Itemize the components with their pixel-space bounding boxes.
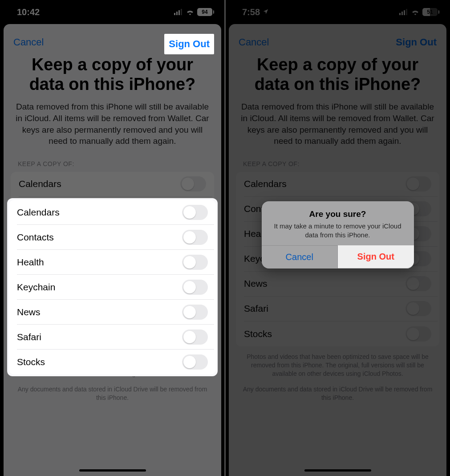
item-label: Contacts	[17, 232, 54, 243]
item-label: Keychain	[17, 282, 55, 293]
item-label: Calendars	[19, 179, 61, 189]
list-item: Keychain	[17, 275, 214, 300]
item-label: Stocks	[17, 357, 45, 367]
page-title: Keep a copy of your data on this iPhone?	[4, 51, 221, 98]
svg-rect-3	[181, 9, 182, 15]
list-item: Calendars	[19, 172, 212, 197]
toggle-contacts[interactable]	[182, 230, 208, 245]
toggle-stocks[interactable]	[182, 354, 208, 370]
toggle-safari[interactable]	[182, 330, 208, 345]
cancel-button[interactable]: Cancel	[13, 37, 44, 48]
dim-overlay-2	[225, 0, 450, 476]
toggle-calendars[interactable]	[182, 205, 208, 220]
toggle-keychain[interactable]	[182, 280, 208, 295]
highlight-signout-button[interactable]: Sign Out	[164, 34, 214, 54]
status-time: 10:42	[17, 7, 40, 17]
svg-rect-2	[178, 10, 180, 15]
item-label: Calendars	[17, 207, 60, 218]
svg-rect-1	[176, 12, 178, 15]
list-item: Contacts	[17, 225, 214, 250]
list-item: News	[17, 300, 214, 325]
toggle-calendars[interactable]	[180, 176, 206, 191]
home-indicator[interactable]	[79, 469, 146, 472]
list-item: Health	[17, 250, 214, 275]
list-item: Stocks	[17, 350, 214, 374]
status-right: 94	[174, 8, 212, 16]
toggle-health[interactable]	[182, 255, 208, 270]
wifi-icon	[186, 9, 195, 15]
toggle-news[interactable]	[182, 305, 208, 320]
screenshot-left: 10:42 94 Cancel Sign Out Keep a copy of …	[0, 0, 225, 476]
item-label: Safari	[17, 332, 41, 342]
highlight-keep-copy-list: Calendars Contacts Health Keychain News …	[7, 198, 218, 376]
list-item: Safari	[17, 325, 214, 350]
item-label: News	[17, 307, 41, 317]
item-label: Health	[17, 257, 44, 268]
status-bar: 10:42 94	[0, 0, 225, 21]
screenshot-right: 7:58 51 Cancel Sign Out Keep a copy of y…	[225, 0, 450, 476]
list-item: Calendars	[17, 200, 214, 225]
section-header: KEEP A COPY OF:	[4, 152, 221, 170]
footnote-drive: Any documents and data stored in iCloud …	[4, 379, 221, 403]
battery-icon: 94	[197, 8, 212, 16]
svg-rect-0	[174, 13, 175, 15]
page-subtitle: Data removed from this iPhone will still…	[4, 98, 221, 152]
cellular-icon	[174, 9, 183, 15]
